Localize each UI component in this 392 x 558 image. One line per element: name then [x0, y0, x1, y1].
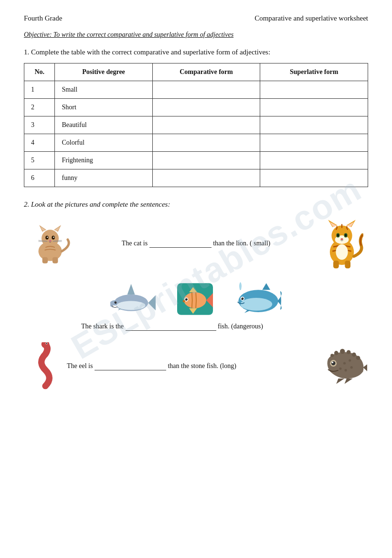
cell-superlative[interactable]: [260, 169, 368, 187]
cell-comparative[interactable]: [152, 152, 260, 169]
sentence-block-2: The shark is the fish. (dangerous): [24, 281, 368, 331]
sentence-3-text: The eel is than the stone fish. (long): [67, 362, 320, 370]
cat-icon: [29, 222, 72, 265]
cell-positive: Colorful: [55, 134, 152, 152]
svg-point-8: [47, 237, 48, 238]
cell-positive: Frightening: [55, 152, 152, 169]
cell-superlative[interactable]: [260, 134, 368, 152]
table-row: 6 funny: [24, 169, 368, 187]
cell-comparative[interactable]: [152, 99, 260, 116]
svg-point-74: [349, 359, 351, 361]
svg-point-1: [42, 230, 59, 247]
svg-point-64: [352, 352, 356, 357]
question2-label: 2. Look at the pictures and complete the…: [24, 200, 368, 209]
svg-point-71: [331, 361, 335, 365]
s3-after: than the stone fish. (long): [168, 362, 236, 369]
svg-point-60: [46, 343, 47, 344]
svg-point-75: [350, 366, 352, 368]
shark-image: [110, 281, 156, 319]
s2-blank[interactable]: [126, 323, 216, 331]
cell-positive: Small: [55, 81, 152, 99]
svg-point-77: [339, 367, 341, 369]
svg-point-54: [240, 298, 272, 311]
svg-point-49: [185, 299, 186, 300]
tropical-fish-image: [175, 281, 215, 319]
stonefish-icon: [322, 348, 367, 384]
cell-superlative[interactable]: [260, 152, 368, 169]
th-no: No.: [24, 63, 55, 81]
cell-positive: funny: [55, 169, 152, 187]
tiger-image: [316, 217, 368, 270]
sentence-block-1: The cat is than the lion. ( small): [24, 217, 368, 270]
cell-comparative[interactable]: [152, 116, 260, 134]
cell-superlative[interactable]: [260, 81, 368, 99]
svg-marker-33: [148, 295, 156, 311]
svg-point-61: [334, 351, 338, 355]
s1-after: than the lion. ( small): [213, 240, 270, 247]
svg-marker-69: [344, 378, 352, 383]
cell-no: 6: [24, 169, 55, 187]
objective: Objective: To write the correct comparat…: [24, 31, 368, 39]
whale-icon: [234, 281, 282, 317]
svg-point-28: [340, 238, 343, 240]
cell-no: 1: [24, 81, 55, 99]
svg-point-76: [344, 369, 347, 371]
question1-label: 1. Complete the table with the correct c…: [24, 48, 368, 56]
svg-point-27: [345, 234, 347, 236]
cell-no: 5: [24, 152, 55, 169]
s2-before: The shark is the: [81, 323, 126, 330]
table-row: 2 Short: [24, 99, 368, 116]
svg-point-65: [356, 356, 360, 360]
grade-label: Fourth Grade: [24, 14, 62, 22]
worksheet-title: Comparative and superlative worksheet: [254, 14, 368, 22]
whale-image: [234, 281, 282, 319]
cell-comparative[interactable]: [152, 134, 260, 152]
cat-image: [24, 222, 76, 265]
svg-point-31: [336, 244, 348, 260]
th-comparative: Comparative form: [152, 63, 260, 81]
svg-point-40: [116, 302, 117, 303]
cell-comparative[interactable]: [152, 169, 260, 187]
svg-point-10: [49, 240, 52, 242]
svg-point-9: [53, 237, 54, 238]
cell-no: 4: [24, 134, 55, 152]
cell-positive: Short: [55, 99, 152, 116]
s3-blank[interactable]: [95, 362, 166, 370]
svg-marker-67: [363, 361, 367, 374]
svg-marker-34: [127, 284, 135, 295]
s1-blank[interactable]: [149, 240, 212, 248]
cell-no: 3: [24, 116, 55, 134]
th-superlative: Superlative form: [260, 63, 368, 81]
adjectives-table: No. Positive degree Comparative form Sup…: [24, 63, 368, 187]
stonefish-image: [320, 348, 368, 384]
s1-before: The cat is: [122, 240, 149, 247]
header: Fourth Grade Comparative and superlative…: [24, 14, 368, 22]
svg-point-39: [114, 301, 117, 304]
eel-image: [24, 342, 67, 390]
svg-point-50: [182, 300, 185, 302]
sentence-block-3: The eel is than the stone fish. (long): [24, 342, 368, 390]
svg-point-73: [343, 362, 345, 364]
th-positive: Positive degree: [55, 63, 152, 81]
svg-point-48: [185, 298, 187, 301]
svg-point-72: [331, 361, 333, 363]
svg-point-62: [340, 348, 345, 353]
cell-comparative[interactable]: [152, 81, 260, 99]
cell-superlative[interactable]: [260, 99, 368, 116]
table-row: 3 Beautiful: [24, 116, 368, 134]
svg-marker-68: [336, 378, 344, 383]
svg-point-57: [242, 298, 243, 299]
sentence-2-text: The shark is the fish. (dangerous): [24, 323, 368, 331]
svg-rect-30: [345, 261, 350, 268]
cell-superlative[interactable]: [260, 116, 368, 134]
svg-point-26: [337, 234, 339, 236]
svg-rect-15: [42, 257, 48, 263]
shark-icon: [110, 281, 156, 317]
table-row: 4 Colorful: [24, 134, 368, 152]
svg-point-63: [346, 350, 350, 354]
svg-point-66: [330, 354, 334, 357]
cell-positive: Beautiful: [55, 116, 152, 134]
fish-images-row: [24, 281, 368, 319]
svg-point-56: [241, 297, 244, 300]
svg-rect-16: [53, 257, 58, 263]
